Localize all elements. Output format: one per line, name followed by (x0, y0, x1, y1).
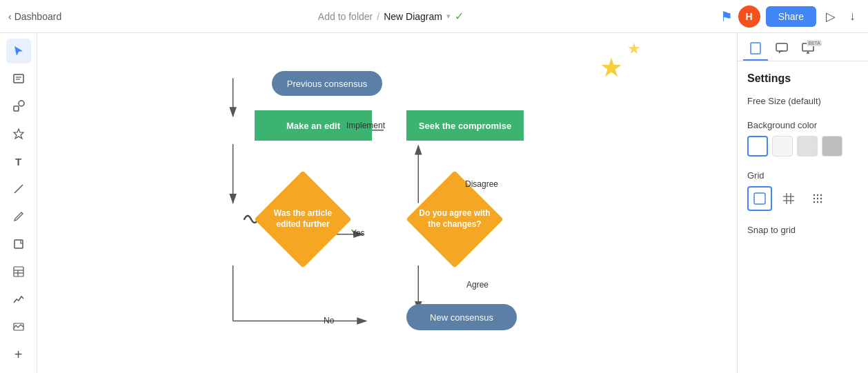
topbar-left: ‹ Dashboard (8, 11, 61, 22)
svg-point-4 (19, 101, 24, 106)
grid-option-dots[interactable] (805, 186, 830, 211)
node-previous-consensus[interactable]: Previous consensus (272, 71, 382, 96)
breadcrumb-separator: / (377, 11, 379, 22)
tool-text[interactable]: T (6, 149, 31, 174)
tool-chart[interactable] (6, 287, 31, 312)
tool-add[interactable]: + (6, 342, 31, 367)
topbar: ‹ Dashboard Add to folder / New Diagram … (0, 0, 868, 33)
node-new-consensus[interactable]: New consensus (406, 304, 517, 330)
label-implement: Implement (346, 121, 385, 130)
dashboard-label: Dashboard (14, 11, 62, 22)
snap-section: Snap to grid (747, 225, 858, 235)
label-agree: Agree (466, 280, 489, 290)
right-panel: BETA Settings Free Size (default) Backgr… (737, 33, 868, 373)
svg-point-38 (813, 201, 815, 203)
svg-rect-3 (14, 106, 19, 111)
svg-point-36 (817, 198, 818, 199)
topbar-center: Add to folder / New Diagram ▾ ✓ (318, 10, 464, 23)
share-button[interactable]: Share (766, 6, 816, 27)
chevron-left-icon: ‹ (8, 11, 12, 22)
svg-rect-7 (14, 240, 23, 248)
svg-marker-5 (14, 129, 23, 139)
panel-content: Settings Free Size (default) Background … (738, 61, 868, 373)
node-do-you-agree[interactable]: Do you agree with the changes? (417, 181, 493, 257)
label-disagree: Disagree (465, 179, 498, 189)
color-swatch-light-gray[interactable] (772, 136, 793, 157)
svg-point-35 (813, 198, 815, 199)
panel-title: Settings (747, 72, 858, 85)
svg-rect-0 (14, 74, 23, 83)
snap-label: Snap to grid (747, 225, 858, 235)
color-swatch-dark-gray[interactable] (822, 136, 842, 157)
tool-line[interactable] (6, 177, 31, 201)
grid-label: Grid (747, 170, 858, 181)
add-to-folder-label[interactable]: Add to folder (318, 11, 373, 22)
svg-rect-27 (754, 193, 765, 204)
grid-option-none[interactable] (747, 186, 772, 211)
color-swatches (747, 136, 858, 157)
background-color-section: Background color (747, 120, 858, 157)
svg-point-39 (817, 201, 818, 203)
svg-rect-8 (14, 267, 23, 276)
tab-screen[interactable]: BETA (796, 37, 820, 61)
avatar[interactable]: H (738, 6, 760, 28)
grid-options (747, 186, 858, 211)
color-swatch-white[interactable] (747, 136, 768, 157)
node-was-article[interactable]: Was the article edited further (265, 181, 341, 257)
saved-check-icon: ✓ (455, 10, 464, 23)
back-button[interactable]: ‹ Dashboard (8, 11, 61, 22)
tool-star[interactable] (6, 121, 31, 146)
grid-section: Grid (747, 170, 858, 211)
tool-shapes[interactable] (6, 94, 31, 119)
diagram-name-label[interactable]: New Diagram (384, 11, 442, 22)
free-size-section: Free Size (default) (747, 96, 858, 106)
canvas[interactable]: ★ ★ (37, 33, 737, 373)
svg-point-37 (820, 198, 822, 199)
label-yes: Yes (351, 228, 365, 238)
star-decoration-large: ★ (600, 52, 623, 83)
free-size-label: Free Size (default) (747, 96, 858, 106)
arrows-svg (37, 33, 737, 373)
tab-page[interactable] (743, 37, 768, 61)
svg-point-40 (820, 201, 822, 203)
background-color-label: Background color (747, 120, 858, 130)
left-sidebar: T + (0, 33, 37, 373)
tool-sticky[interactable] (6, 232, 31, 256)
tool-image-chart[interactable] (6, 314, 31, 339)
tool-pen[interactable] (6, 204, 31, 229)
flag-icon: ⚑ (720, 8, 733, 25)
grid-option-hash[interactable] (776, 186, 801, 211)
main-layout: T + ★ ★ (0, 33, 868, 373)
node-seek-compromise[interactable]: Seek the compromise (406, 110, 524, 141)
tab-comment[interactable] (769, 37, 794, 61)
tool-notes[interactable] (6, 66, 31, 91)
tool-cursor[interactable] (6, 39, 31, 63)
label-no: No (324, 316, 334, 325)
download-button[interactable]: ↓ (845, 5, 860, 28)
svg-point-34 (820, 194, 822, 196)
star-decoration-small: ★ (627, 40, 641, 58)
svg-rect-22 (751, 43, 760, 54)
topbar-right: ⚑ H Share ▷ ↓ (720, 5, 860, 28)
chevron-down-icon: ▾ (446, 12, 451, 21)
svg-rect-23 (776, 43, 787, 51)
svg-line-6 (14, 185, 23, 193)
play-button[interactable]: ▷ (822, 5, 840, 28)
svg-point-32 (813, 194, 815, 196)
panel-tabs: BETA (738, 33, 868, 61)
beta-badge: BETA (807, 40, 822, 46)
color-swatch-gray[interactable] (797, 136, 818, 157)
svg-point-33 (817, 194, 818, 196)
tool-table[interactable] (6, 259, 31, 284)
